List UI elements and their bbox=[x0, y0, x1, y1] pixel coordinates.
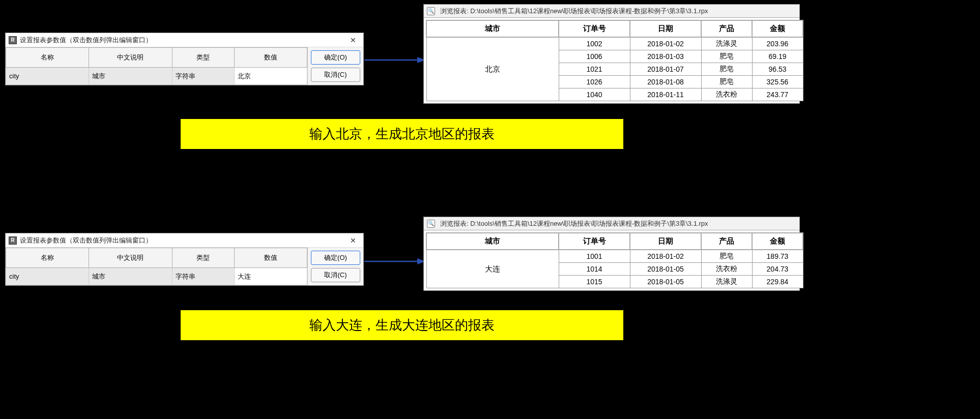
cell-city: 北京 bbox=[426, 37, 559, 101]
cell-order: 1001 bbox=[559, 250, 630, 263]
col-type: 类型 bbox=[172, 48, 234, 68]
dialog-title: 设置报表参数值（双击数值列弹出编辑窗口） bbox=[20, 236, 346, 245]
col-name: 名称 bbox=[6, 248, 89, 268]
report-window-beijing: 🔍 浏览报表: D:\tools\销售工具箱\12课程new\职场报表\职场报表… bbox=[423, 4, 800, 104]
col-order: 订单号 bbox=[559, 20, 630, 37]
report-path: 浏览报表: D:\tools\销售工具箱\12课程new\职场报表\职场报表课程… bbox=[440, 219, 708, 228]
report-path: 浏览报表: D:\tools\销售工具箱\12课程new\职场报表\职场报表课程… bbox=[440, 7, 708, 16]
cancel-button[interactable]: 取消(C) bbox=[311, 268, 360, 282]
param-dialog-beijing: R 设置报表参数值（双击数值列弹出编辑窗口） ✕ 名称 中文说明 类型 数值 c… bbox=[5, 33, 364, 85]
cancel-button[interactable]: 取消(C) bbox=[311, 68, 360, 82]
cell-date: 2018-01-11 bbox=[630, 88, 701, 101]
close-icon[interactable]: ✕ bbox=[346, 235, 360, 246]
cell-type: 字符串 bbox=[172, 68, 234, 85]
arrow-icon bbox=[364, 256, 425, 266]
col-amount: 金额 bbox=[752, 233, 803, 250]
col-product: 产品 bbox=[701, 233, 752, 250]
cell-product: 肥皂 bbox=[701, 76, 752, 88]
cell-order: 1026 bbox=[559, 76, 630, 88]
dialog-button-panel: 确定(O) 取消(C) bbox=[307, 248, 363, 285]
cell-date: 2018-01-08 bbox=[630, 76, 701, 88]
cell-product: 肥皂 bbox=[701, 63, 752, 76]
table-row: 北京 1002 2018-01-02 洗涤灵 203.96 bbox=[426, 37, 803, 50]
cell-value[interactable]: 大连 bbox=[235, 268, 307, 285]
col-type: 类型 bbox=[172, 248, 234, 268]
col-desc: 中文说明 bbox=[89, 248, 172, 268]
col-city: 城市 bbox=[426, 20, 559, 37]
col-city: 城市 bbox=[426, 233, 559, 250]
col-date: 日期 bbox=[630, 20, 701, 37]
table-row[interactable]: city 城市 字符串 大连 bbox=[6, 268, 307, 285]
cell-date: 2018-01-02 bbox=[630, 37, 701, 50]
col-desc: 中文说明 bbox=[89, 48, 172, 68]
cell-product: 洗衣粉 bbox=[701, 263, 752, 276]
report-table: 城市 订单号 日期 产品 金额 北京 1002 2018-01-02 洗涤灵 2… bbox=[426, 20, 803, 101]
report-titlebar[interactable]: 🔍 浏览报表: D:\tools\销售工具箱\12课程new\职场报表\职场报表… bbox=[424, 217, 799, 230]
cell-date: 2018-01-05 bbox=[630, 263, 701, 276]
cell-order: 1002 bbox=[559, 37, 630, 50]
cell-product: 肥皂 bbox=[701, 250, 752, 263]
cell-product: 洗涤灵 bbox=[701, 276, 752, 288]
close-icon[interactable]: ✕ bbox=[346, 35, 360, 45]
col-date: 日期 bbox=[630, 233, 701, 250]
col-value: 数值 bbox=[235, 48, 307, 68]
preview-icon: 🔍 bbox=[427, 7, 435, 15]
cell-product: 洗衣粉 bbox=[701, 88, 752, 101]
cell-amount: 69.19 bbox=[752, 50, 803, 63]
ok-button[interactable]: 确定(O) bbox=[311, 251, 360, 265]
dialog-titlebar[interactable]: R 设置报表参数值（双击数值列弹出编辑窗口） ✕ bbox=[6, 233, 363, 248]
cell-value[interactable]: 北京 bbox=[235, 68, 307, 85]
cell-amount: 203.96 bbox=[752, 37, 803, 50]
cell-amount: 243.77 bbox=[752, 88, 803, 101]
cell-amount: 189.73 bbox=[752, 250, 803, 263]
cell-date: 2018-01-02 bbox=[630, 250, 701, 263]
cell-order: 1021 bbox=[559, 63, 630, 76]
table-row[interactable]: city 城市 字符串 北京 bbox=[6, 68, 307, 85]
table-row: 大连 1001 2018-01-02 肥皂 189.73 bbox=[426, 250, 803, 263]
arrow-icon bbox=[364, 55, 425, 65]
cell-order: 1040 bbox=[559, 88, 630, 101]
cell-amount: 325.56 bbox=[752, 76, 803, 88]
cell-order: 1006 bbox=[559, 50, 630, 63]
cell-date: 2018-01-03 bbox=[630, 50, 701, 63]
cell-product: 肥皂 bbox=[701, 50, 752, 63]
caption-dalian: 输入大连，生成大连地区的报表 bbox=[181, 310, 623, 340]
app-icon: R bbox=[9, 236, 17, 245]
col-product: 产品 bbox=[701, 20, 752, 37]
cell-amount: 96.53 bbox=[752, 63, 803, 76]
cell-amount: 229.84 bbox=[752, 276, 803, 288]
cell-product: 洗涤灵 bbox=[701, 37, 752, 50]
cell-order: 1014 bbox=[559, 263, 630, 276]
param-grid: 名称 中文说明 类型 数值 city 城市 字符串 大连 bbox=[6, 248, 307, 285]
col-name: 名称 bbox=[6, 48, 89, 68]
preview-icon: 🔍 bbox=[427, 220, 435, 228]
cell-desc: 城市 bbox=[89, 268, 172, 285]
ok-button[interactable]: 确定(O) bbox=[311, 50, 360, 65]
cell-desc: 城市 bbox=[89, 68, 172, 85]
cell-amount: 204.73 bbox=[752, 263, 803, 276]
report-titlebar[interactable]: 🔍 浏览报表: D:\tools\销售工具箱\12课程new\职场报表\职场报表… bbox=[424, 5, 799, 18]
cell-type: 字符串 bbox=[172, 268, 234, 285]
cell-date: 2018-01-05 bbox=[630, 276, 701, 288]
app-icon: R bbox=[9, 36, 17, 44]
report-window-dalian: 🔍 浏览报表: D:\tools\销售工具箱\12课程new\职场报表\职场报表… bbox=[423, 217, 800, 291]
cell-date: 2018-01-07 bbox=[630, 63, 701, 76]
report-table: 城市 订单号 日期 产品 金额 大连 1001 2018-01-02 肥皂 18… bbox=[426, 232, 803, 288]
col-amount: 金额 bbox=[752, 20, 803, 37]
cell-order: 1015 bbox=[559, 276, 630, 288]
cell-name: city bbox=[6, 68, 89, 85]
col-order: 订单号 bbox=[559, 233, 630, 250]
cell-city: 大连 bbox=[426, 250, 559, 288]
dialog-titlebar[interactable]: R 设置报表参数值（双击数值列弹出编辑窗口） ✕ bbox=[6, 33, 363, 47]
dialog-title: 设置报表参数值（双击数值列弹出编辑窗口） bbox=[20, 36, 346, 45]
param-grid: 名称 中文说明 类型 数值 city 城市 字符串 北京 bbox=[6, 47, 307, 85]
caption-beijing: 输入北京，生成北京地区的报表 bbox=[181, 119, 623, 149]
dialog-button-panel: 确定(O) 取消(C) bbox=[307, 47, 363, 85]
cell-name: city bbox=[6, 268, 89, 285]
col-value: 数值 bbox=[235, 248, 307, 268]
param-dialog-dalian: R 设置报表参数值（双击数值列弹出编辑窗口） ✕ 名称 中文说明 类型 数值 c… bbox=[5, 233, 364, 286]
